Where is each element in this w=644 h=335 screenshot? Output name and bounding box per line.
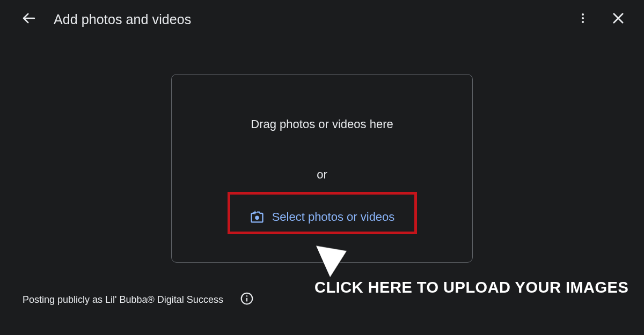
close-button[interactable] [605, 6, 631, 32]
more-vertical-icon [576, 12, 589, 27]
svg-point-6 [255, 215, 259, 219]
upload-dropzone[interactable]: Drag photos or videos here or Select pho… [171, 74, 473, 263]
camera-add-icon [250, 210, 265, 225]
info-icon [240, 292, 254, 308]
svg-point-3 [582, 21, 584, 23]
annotation-label: Click here to upload your images [314, 279, 628, 296]
or-separator: or [317, 168, 327, 182]
arrow-left-icon [21, 11, 36, 28]
select-photos-label: Select photos or videos [272, 210, 395, 224]
info-button[interactable] [236, 289, 258, 310]
select-photos-button[interactable]: Select photos or videos [241, 205, 404, 229]
svg-point-2 [582, 17, 584, 19]
close-icon [611, 11, 626, 28]
footer: Posting publicly as Lil' Bubba® Digital … [23, 289, 258, 310]
modal-header: Add photos and videos [0, 0, 644, 39]
more-options-button[interactable] [570, 6, 596, 32]
svg-point-10 [246, 295, 247, 296]
posting-as-text: Posting publicly as Lil' Bubba® Digital … [23, 294, 223, 306]
modal-title: Add photos and videos [54, 12, 191, 27]
back-button[interactable] [16, 6, 42, 32]
svg-point-1 [582, 13, 584, 16]
drag-prompt-text: Drag photos or videos here [251, 117, 393, 131]
